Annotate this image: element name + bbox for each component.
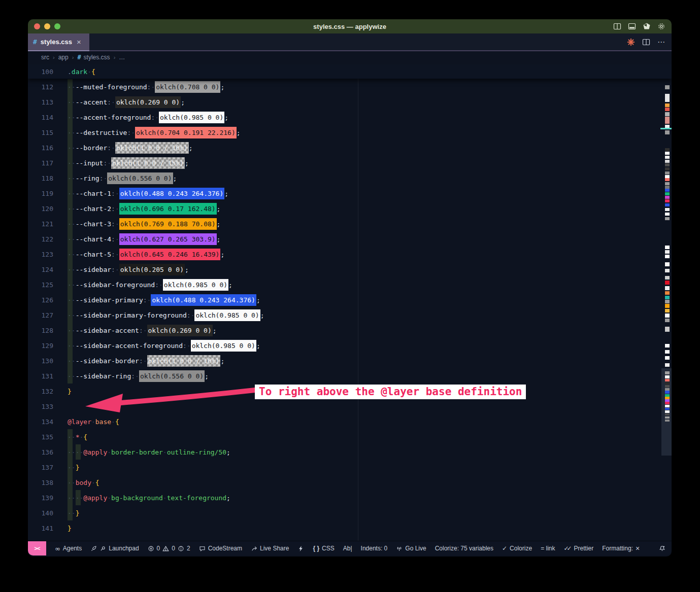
line-number[interactable]: 128 [28, 327, 53, 334]
line-number[interactable]: 131 [28, 372, 53, 380]
line-number[interactable]: 123 [28, 251, 53, 258]
color-decoration-chip[interactable]: oklch(1 0 0 / 10%) [115, 142, 189, 154]
status-item-notifications[interactable] [659, 545, 665, 552]
line-number[interactable]: 129 [28, 342, 53, 350]
line-number[interactable]: 124 [28, 266, 53, 273]
breadcrumb-item[interactable]: #styles.css [77, 54, 110, 61]
color-decoration-chip[interactable]: oklch(1 0 0 / 15%) [111, 157, 185, 169]
breadcrumb-item[interactable]: src [41, 54, 49, 61]
color-decoration-chip[interactable]: oklch(0.269 0 0) [115, 96, 181, 108]
code-line[interactable]: 127··--sidebar-primary-foreground:·oklch… [28, 307, 672, 323]
code-line[interactable]: 116··--border:·oklch(1 0 0 / 10%); [28, 140, 672, 155]
status-item-problems[interactable]: 002 [148, 545, 190, 552]
code-line[interactable]: 114··--accent-foreground:·oklch(0.985 0 … [28, 110, 672, 125]
cube-icon[interactable] [643, 22, 651, 30]
color-decoration-chip[interactable]: oklch(0.205 0 0) [119, 264, 185, 275]
color-decoration-chip[interactable]: oklch(0.985 0 0) [191, 340, 256, 352]
code-line[interactable]: 119··--chart-1:·oklch(0.488 0.243 264.37… [28, 186, 672, 201]
breadcrumb-item[interactable]: … [119, 54, 125, 61]
code-line[interactable]: 124··--sidebar:·oklch(0.205 0 0); [28, 262, 672, 277]
color-decoration-chip[interactable]: oklch(0.985 0 0) [163, 279, 228, 291]
code-line[interactable]: 142 [28, 536, 672, 541]
line-number[interactable]: 120 [28, 205, 53, 213]
code-line[interactable]: 128··--sidebar-accent:·oklch(0.269 0 0); [28, 323, 672, 338]
color-decoration-chip[interactable]: oklch(0.985 0 0) [194, 309, 260, 321]
status-item-live-share[interactable]: Live Share [251, 545, 289, 552]
code-line[interactable]: 123··--chart-5:·oklch(0.645 0.246 16.439… [28, 247, 672, 262]
line-number[interactable]: 139 [28, 494, 53, 502]
line-number[interactable]: 113 [28, 98, 53, 106]
code-line[interactable]: 118··--ring:·oklch(0.556 0 0); [28, 170, 672, 186]
code-line[interactable]: 141} [28, 520, 672, 536]
line-number[interactable]: 137 [28, 464, 53, 471]
code-line[interactable]: 140··} [28, 505, 672, 520]
line-number[interactable]: 112 [28, 83, 53, 91]
color-decoration-chip[interactable]: oklch(0.704 0.191 22.216) [135, 127, 237, 138]
line-number[interactable]: 114 [28, 114, 53, 121]
tab-styles-css[interactable]: # styles.css × [28, 33, 89, 50]
status-item-formatting[interactable]: Formatting:× [602, 544, 640, 552]
status-item-go-live[interactable]: Go Live [396, 545, 426, 552]
status-item-launchpad[interactable]: Launchpad [90, 545, 139, 552]
color-decoration-chip[interactable]: oklch(1 0 0 / 10%) [147, 355, 221, 367]
line-number[interactable]: 122 [28, 235, 53, 243]
code-line[interactable]: 115··--destructive:·oklch(0.704 0.191 22… [28, 125, 672, 140]
status-item-link-mode[interactable]: = link [541, 545, 555, 552]
code-line[interactable]: 122··--chart-4:·oklch(0.627 0.265 303.9)… [28, 231, 672, 247]
code-line[interactable]: 100.dark·{ [28, 64, 95, 79]
line-number[interactable]: 130 [28, 357, 53, 365]
status-item-colorize-count[interactable]: Colorize: 75 variables [435, 545, 493, 552]
status-item-prettier[interactable]: ✓✓Prettier [563, 545, 593, 552]
line-number[interactable]: 138 [28, 479, 53, 486]
color-decoration-chip[interactable]: oklch(0.696 0.17 162.48) [119, 203, 217, 215]
starburst-icon[interactable] [627, 38, 635, 46]
line-number[interactable]: 115 [28, 129, 53, 136]
status-item-indents[interactable]: Indents: 0 [361, 545, 388, 552]
line-number[interactable]: 140 [28, 509, 53, 517]
color-decoration-chip[interactable]: oklch(0.556 0 0) [107, 172, 173, 184]
panel-bottom-icon[interactable] [628, 22, 636, 30]
line-number[interactable]: 121 [28, 220, 53, 228]
line-number[interactable]: 117 [28, 159, 53, 167]
line-number[interactable]: 125 [28, 281, 53, 289]
code-line[interactable]: 137··} [28, 460, 672, 475]
more-actions-icon[interactable]: ⋯ [657, 38, 665, 47]
sticky-scroll-line[interactable]: 100.dark·{ [28, 64, 672, 79]
status-item-accessibility[interactable]: Ab| [343, 545, 352, 552]
gear-icon[interactable] [657, 22, 665, 30]
line-number[interactable]: 134 [28, 418, 53, 426]
status-item-agents[interactable]: ∞Agents [55, 545, 82, 552]
code-line[interactable]: 112··--muted-foreground:·oklch(0.708 0 0… [28, 79, 672, 94]
code-line[interactable]: 134@layer·base·{ [28, 414, 672, 429]
line-number[interactable]: 127 [28, 311, 53, 319]
color-decoration-chip[interactable]: oklch(0.627 0.265 303.9) [119, 233, 217, 245]
code-line[interactable]: 139····@apply·bg-background·text-foregro… [28, 490, 672, 505]
color-decoration-chip[interactable]: oklch(0.488 0.243 264.376) [151, 294, 256, 306]
status-item-console-ninja[interactable] [297, 545, 304, 552]
code-line[interactable]: 136····@apply·border-border·outline-ring… [28, 444, 672, 460]
color-decoration-chip[interactable]: oklch(0.645 0.246 16.439) [119, 249, 221, 260]
code-line[interactable]: 129··--sidebar-accent-foreground:·oklch(… [28, 338, 672, 353]
status-item-colorize-toggle[interactable]: ✓Colorize [502, 545, 532, 552]
color-decoration-chip[interactable]: oklch(0.708 0 0) [155, 81, 220, 93]
remote-indicator[interactable]: >< [28, 541, 46, 555]
line-number[interactable]: 135 [28, 433, 53, 441]
split-editor-icon[interactable] [613, 22, 621, 30]
code-line[interactable]: 117··--input:·oklch(1 0 0 / 15%); [28, 155, 672, 170]
status-item-codestream[interactable]: CodeStream [199, 545, 242, 552]
line-number[interactable]: 132 [28, 388, 53, 395]
code-line[interactable]: 120··--chart-2:·oklch(0.696 0.17 162.48)… [28, 201, 672, 216]
color-decoration-chip[interactable]: oklch(0.769 0.188 70.08) [119, 218, 217, 230]
color-decoration-chip[interactable]: oklch(0.269 0 0) [147, 325, 213, 336]
code-line[interactable]: 125··--sidebar-foreground:·oklch(0.985 0… [28, 277, 672, 292]
close-tab-icon[interactable]: × [77, 38, 81, 46]
color-decoration-chip[interactable]: oklch(0.488 0.243 264.376) [119, 188, 225, 199]
line-number[interactable]: 119 [28, 190, 53, 197]
code-line[interactable]: 131··--sidebar-ring:·oklch(0.556 0 0); [28, 368, 672, 384]
status-item-language-mode[interactable]: { }CSS [313, 545, 334, 552]
line-number[interactable]: 136 [28, 448, 53, 456]
code-line[interactable]: 130··--sidebar-border:·oklch(1 0 0 / 10%… [28, 353, 672, 368]
line-number[interactable]: 100 [28, 68, 53, 76]
color-decoration-chip[interactable]: oklch(0.556 0 0) [139, 370, 205, 382]
code-line[interactable]: 135··*·{ [28, 429, 672, 444]
